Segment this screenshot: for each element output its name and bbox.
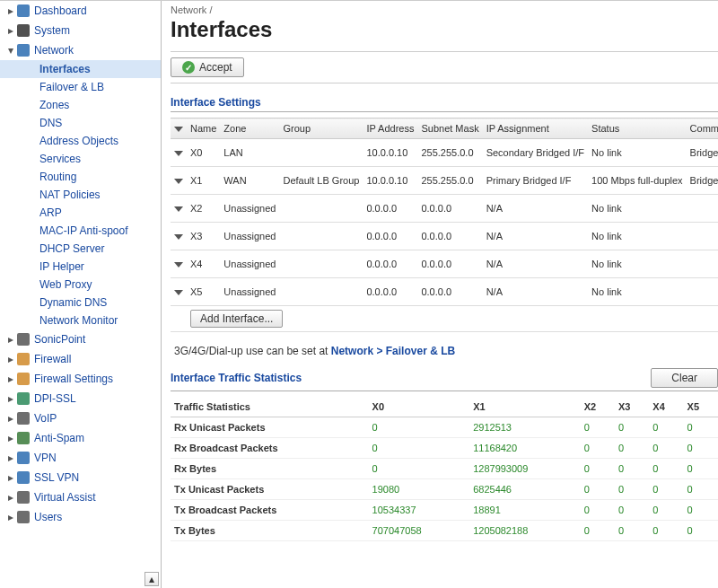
users-icon xyxy=(16,510,31,524)
sonicpoint-icon xyxy=(16,332,31,347)
sidebar-scroll-up-button[interactable]: ▴ xyxy=(144,572,159,586)
sidebar-item-users[interactable]: ▸Users xyxy=(0,507,161,527)
sidebar-sub-network-monitor[interactable]: Network Monitor xyxy=(0,312,161,329)
page-title: Interfaces xyxy=(171,17,718,42)
stats-col-x5: X5 xyxy=(684,397,718,417)
table-row: X1WANDefault LB Group10.0.0.10255.255.0.… xyxy=(171,167,718,195)
antispam-icon xyxy=(16,431,31,445)
svg-rect-8 xyxy=(17,432,30,444)
col-name[interactable]: Name xyxy=(187,118,220,139)
stats-row: Rx Unicast Packets029125130000 xyxy=(171,417,718,438)
accept-button[interactable]: ✓ Accept xyxy=(171,57,244,77)
sidebar-sub-failover-lb[interactable]: Failover & LB xyxy=(0,78,161,96)
sidebar-sub-arp[interactable]: ARP xyxy=(0,204,161,222)
svg-rect-9 xyxy=(17,452,30,464)
expand-icon: ▾ xyxy=(5,44,16,57)
sidebar-item-vpn[interactable]: ▸VPN xyxy=(0,448,161,468)
sidebar-item-network[interactable]: ▾Network xyxy=(0,40,161,60)
sidebar-item-voip[interactable]: ▸VoIP xyxy=(0,408,161,428)
expand-icon: ▸ xyxy=(5,4,16,17)
row-expand-icon[interactable] xyxy=(174,234,183,240)
row-expand-icon[interactable] xyxy=(174,179,183,184)
sidebar-item-firewall[interactable]: ▸Firewall xyxy=(0,349,161,369)
sidebar-item-system[interactable]: ▸System xyxy=(0,21,161,40)
col-subnet-mask[interactable]: Subnet Mask xyxy=(417,118,482,139)
sidebar-item-antispam[interactable]: ▸Anti-Spam xyxy=(0,428,161,448)
add-interface-button[interactable]: Add Interface... xyxy=(190,310,283,328)
stats-col-x3: X3 xyxy=(615,397,649,417)
row-expand-icon[interactable] xyxy=(174,206,183,212)
sidebar-sub-routing[interactable]: Routing xyxy=(0,168,161,186)
sidebar-sub-web-proxy[interactable]: Web Proxy xyxy=(0,276,161,294)
sidebar-sub-dhcp-server[interactable]: DHCP Server xyxy=(0,240,161,258)
col-expand[interactable] xyxy=(171,118,187,139)
sidebar-sub-interfaces[interactable]: Interfaces xyxy=(0,60,161,78)
dpissl-icon xyxy=(16,391,31,406)
col-status[interactable]: Status xyxy=(588,118,687,139)
svg-rect-6 xyxy=(17,392,30,405)
expand-icon: ▸ xyxy=(5,511,16,523)
col-group[interactable]: Group xyxy=(279,118,363,139)
svg-rect-5 xyxy=(17,373,30,385)
interface-settings-heading: Interface Settings xyxy=(171,96,718,112)
expand-icon: ▸ xyxy=(5,412,16,425)
sidebar-sub-services[interactable]: Services xyxy=(0,150,161,168)
col-comment[interactable]: Comment xyxy=(687,118,718,139)
breadcrumb: Network / xyxy=(171,4,718,15)
stats-col-x2: X2 xyxy=(581,397,615,417)
stats-col-traffic-statistics: Traffic Statistics xyxy=(171,397,369,417)
svg-rect-4 xyxy=(17,353,30,365)
expand-icon: ▸ xyxy=(5,333,16,346)
sidebar-sub-mac-ip-anti-spoof[interactable]: MAC-IP Anti-spoof xyxy=(0,222,161,240)
sidebar-sub-address-objects[interactable]: Address Objects xyxy=(0,132,161,150)
chevron-up-icon: ▴ xyxy=(149,573,154,585)
svg-rect-7 xyxy=(17,412,30,425)
sidebar-sub-ip-helper[interactable]: IP Helper xyxy=(0,258,161,276)
sidebar-item-virtualassist[interactable]: ▸Virtual Assist xyxy=(0,487,161,507)
row-expand-icon[interactable] xyxy=(174,262,183,268)
sidebar-sub-nat-policies[interactable]: NAT Policies xyxy=(0,186,161,204)
virtualassist-icon xyxy=(16,490,31,505)
stats-col-x0: X0 xyxy=(369,397,470,417)
table-row: X4Unassigned0.0.0.00.0.0.0N/ANo link xyxy=(171,250,718,278)
expand-icon: ▸ xyxy=(5,432,16,444)
stats-col-x4: X4 xyxy=(649,397,683,417)
col-ip-assignment[interactable]: IP Assignment xyxy=(483,118,588,139)
col-zone[interactable]: Zone xyxy=(220,118,279,139)
sidebar-item-sonicpoint[interactable]: ▸SonicPoint xyxy=(0,329,161,349)
svg-rect-2 xyxy=(17,44,30,57)
svg-rect-3 xyxy=(17,333,30,346)
sidebar-item-sslvpn[interactable]: ▸SSL VPN xyxy=(0,468,161,487)
sidebar-item-dashboard[interactable]: ▸Dashboard xyxy=(0,1,161,21)
row-expand-icon[interactable] xyxy=(174,290,183,295)
stats-row: Tx Broadcast Packets10534337188910000 xyxy=(171,500,718,521)
stats-col-x1: X1 xyxy=(469,397,581,417)
sidebar-item-dpissl[interactable]: ▸DPI-SSL xyxy=(0,389,161,408)
expand-icon: ▸ xyxy=(5,24,16,37)
system-icon xyxy=(16,23,31,38)
col-ip-address[interactable]: IP Address xyxy=(363,118,417,139)
table-row: X2Unassigned0.0.0.00.0.0.0N/ANo link xyxy=(171,195,718,223)
traffic-stats-heading: Interface Traffic Statistics xyxy=(171,372,651,384)
firewall-icon xyxy=(16,352,31,366)
sidebar-item-fwsettings[interactable]: ▸Firewall Settings xyxy=(0,369,161,389)
sidebar: ▸Dashboard▸System▾NetworkInterfacesFailo… xyxy=(0,1,162,588)
expand-icon: ▸ xyxy=(5,373,16,385)
row-expand-icon[interactable] xyxy=(174,151,183,156)
stats-row: Rx Broadcast Packets0111684200000 xyxy=(171,438,718,459)
sidebar-sub-dynamic-dns[interactable]: Dynamic DNS xyxy=(0,294,161,312)
table-row: X5Unassigned0.0.0.00.0.0.0N/ANo link xyxy=(171,278,718,306)
vpn-icon xyxy=(16,451,31,465)
sidebar-sub-zones[interactable]: Zones xyxy=(0,96,161,114)
sslvpn-icon xyxy=(16,470,31,485)
failover-link[interactable]: Network > Failover & LB xyxy=(331,345,455,357)
traffic-stats-table: Traffic StatisticsX0X1X2X3X4X5 Rx Unicas… xyxy=(171,397,718,541)
fwsettings-icon xyxy=(16,372,31,386)
expand-icon: ▸ xyxy=(5,471,16,484)
svg-rect-0 xyxy=(17,4,30,17)
expand-icon: ▸ xyxy=(5,353,16,365)
stats-row: Tx Unicast Packets1908068254460000 xyxy=(171,479,718,500)
accept-label: Accept xyxy=(199,61,232,74)
clear-button[interactable]: Clear xyxy=(651,368,718,388)
sidebar-sub-dns[interactable]: DNS xyxy=(0,114,161,132)
